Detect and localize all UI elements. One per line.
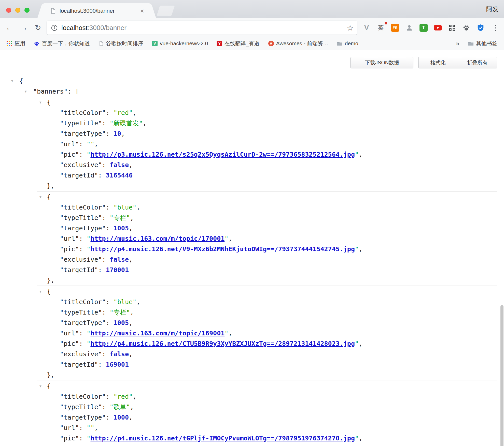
tab-close-icon[interactable]: × — [140, 8, 145, 14]
download-json-button[interactable]: 下载JSON数据 — [351, 57, 413, 68]
page-favicon-icon — [50, 8, 56, 14]
tampermonkey-extension-icon[interactable]: T — [419, 23, 428, 32]
bookmark-awesomes[interactable]: A Awesomes - 前端资… — [268, 40, 328, 47]
json-token: "typeTitle" — [60, 120, 102, 127]
collapse-toggle-icon[interactable]: ▼ — [39, 286, 41, 297]
shield-extension-icon[interactable] — [476, 23, 485, 32]
page-info-icon[interactable] — [51, 24, 58, 31]
json-token: "targetType" — [60, 225, 106, 232]
json-line: }, — [37, 181, 497, 191]
json-token: : — [102, 309, 110, 316]
json-link[interactable]: http://p4.music.126.net/tGPljf-IMOCyPvum… — [90, 435, 355, 442]
json-token: , — [133, 109, 136, 116]
json-token: "banners" — [33, 88, 67, 95]
apps-grid-icon — [7, 41, 12, 46]
json-token: : — [106, 319, 114, 326]
translate-extension-icon[interactable]: 英 — [376, 23, 385, 32]
fe-extension-icon[interactable]: FE — [390, 23, 400, 32]
collapse-all-button[interactable]: 折叠所有 — [458, 57, 497, 68]
json-link[interactable]: http://p4.music.126.net/CTU5B9R9y3XyYBZX… — [90, 340, 355, 347]
json-token: { — [47, 193, 51, 201]
page-content: 下载JSON数据 格式化 折叠所有 ▼{▼"banners": [▼{"titl… — [0, 51, 504, 446]
json-object-box: ▼{"titleColor": "blue","typeTitle": "专栏"… — [37, 286, 497, 380]
youtube-extension-icon[interactable] — [433, 23, 442, 32]
json-object-box: ▼{"titleColor": "red","typeTitle": "歌单",… — [37, 381, 497, 446]
json-token: , — [121, 130, 125, 137]
profile-name[interactable]: 阿发 — [486, 0, 498, 18]
minimize-window-button[interactable] — [15, 8, 20, 13]
json-token: "pic" — [60, 151, 79, 158]
v-extension-icon[interactable]: V — [362, 23, 371, 32]
silhouette-extension-icon[interactable] — [405, 23, 414, 32]
url-host: localhost — [61, 24, 88, 32]
json-token: "" — [87, 140, 94, 148]
json-token: , — [130, 309, 134, 316]
browser-tab[interactable]: localhost:3000/banner × — [43, 3, 150, 19]
json-link[interactable]: http://music.163.com/m/topic/169001 — [90, 330, 225, 337]
json-token: "targetType" — [60, 414, 106, 421]
json-token: : — [79, 245, 87, 253]
json-token: { — [47, 288, 51, 295]
bookmark-folder-demo[interactable]: demo — [337, 40, 358, 47]
collapse-toggle-icon[interactable]: ▼ — [39, 192, 41, 202]
awesomes-icon: A — [268, 41, 274, 46]
json-line: ▼{ — [37, 192, 497, 202]
bookmarks-overflow-icon[interactable]: » — [456, 40, 459, 48]
json-token: "歌单" — [110, 403, 130, 411]
json-token: : — [79, 330, 87, 337]
paw-extension-icon[interactable] — [462, 23, 471, 32]
json-link[interactable]: http://music.163.com/m/topic/170001 — [90, 235, 225, 242]
json-link[interactable]: http://p4.music.126.net/V9-MXz6b2MNhEKju… — [90, 245, 355, 253]
json-token: "targetId" — [60, 361, 98, 368]
collapse-toggle-icon[interactable]: ▼ — [25, 86, 27, 97]
json-token: " — [87, 330, 90, 337]
vertical-scrollbar[interactable] — [500, 305, 503, 446]
collapse-toggle-icon[interactable]: ▼ — [39, 97, 41, 108]
json-token: : — [102, 161, 110, 169]
collapse-toggle-icon[interactable]: ▼ — [39, 381, 41, 391]
new-tab-button[interactable] — [157, 6, 175, 16]
json-token: " — [87, 435, 90, 442]
json-line: "pic": "http://p3.music.126.net/s25q2x5Q… — [37, 149, 497, 160]
format-button[interactable]: 格式化 — [418, 57, 458, 68]
bookmark-apps[interactable]: 应用 — [7, 40, 25, 47]
json-token: "targetType" — [60, 319, 106, 326]
close-window-button[interactable] — [6, 8, 11, 13]
json-tree: ▼{▼"banners": [▼{"titleColor": "red","ty… — [0, 76, 504, 446]
bookmark-baidu[interactable]: 百度一下，你就知道 — [34, 40, 90, 47]
json-line: "exclusive": false, — [37, 254, 497, 265]
back-button[interactable]: ← — [4, 18, 15, 37]
json-token: { — [19, 77, 23, 85]
json-line: "targetType": 10, — [37, 128, 497, 139]
qr-code-extension-icon[interactable] — [447, 23, 457, 32]
collapse-toggle-icon[interactable]: ▼ — [11, 76, 13, 86]
json-token: "blue" — [114, 298, 136, 306]
json-token: , — [94, 140, 98, 148]
json-token: : — [102, 256, 110, 263]
json-line: "typeTitle": "专栏", — [37, 307, 497, 318]
json-token: false — [110, 161, 129, 169]
bookmark-label: 应用 — [15, 40, 25, 47]
other-bookmarks-folder[interactable]: 其他书签 — [468, 40, 497, 47]
bookmark-youdao-translate[interactable]: Y 在线翻译_有道 — [217, 40, 260, 47]
json-line: "url": "http://music.163.com/m/topic/169… — [37, 328, 497, 338]
json-token: "url" — [60, 330, 79, 337]
json-token: "targetId" — [60, 266, 98, 274]
json-token: false — [110, 350, 129, 358]
reload-button[interactable]: ↻ — [32, 18, 44, 37]
json-token: { — [47, 382, 51, 390]
bookmark-google-sort[interactable]: 谷歌按时间排序 — [99, 40, 143, 47]
json-token: , — [359, 340, 362, 347]
translate-glyph: 英 — [378, 24, 384, 32]
bookmark-vue-hackernews[interactable]: V vue-hackernews-2.0 — [152, 40, 208, 47]
json-token: : — [79, 435, 87, 442]
json-link[interactable]: http://p3.music.126.net/s25q2x5QyqsAzilC… — [90, 151, 355, 158]
browser-menu-icon[interactable]: ⋮ — [490, 23, 501, 32]
forward-button[interactable]: → — [18, 18, 30, 37]
json-token: : — [98, 172, 106, 179]
json-token: "typeTitle" — [60, 403, 102, 411]
bookmark-star-icon[interactable]: ☆ — [347, 23, 354, 32]
json-line: "targetType": 1005, — [37, 318, 497, 328]
address-bar[interactable]: localhost:3000/banner ☆ — [47, 21, 357, 35]
zoom-window-button[interactable] — [24, 8, 30, 13]
